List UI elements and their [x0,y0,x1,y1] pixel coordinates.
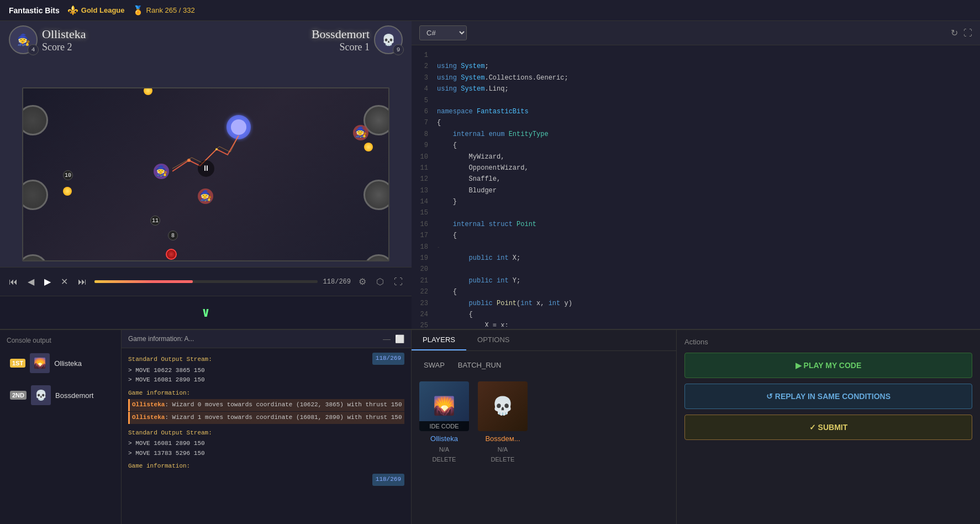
cmd4: > MOVE 13783 5296 150 [128,449,404,459]
playback-controls: ⏮ ◀ ▶ ✕ ⏭ 118/269 ⚙ ⬡ ⛶ [0,267,412,296]
left-panel: 🧙 4 Ollisteka Score 2 💀 9 Bossdemort [0,21,412,524]
main-layout: 🧙 4 Ollisteka Score 2 💀 9 Bossdemort [0,21,980,524]
player1-card-avatar: 🌄 IDE CODE [419,381,469,431]
player2-card: 💀 Bossdем... N/A DELETE [478,381,528,463]
player1-thumb: 🌄 [30,353,50,373]
ide-code-label: IDE CODE [419,421,469,431]
player1-header: 🧙 4 Ollisteka Score 2 [9,25,86,54]
info2-header: Game information: [128,462,404,471]
info1-header: Game information: [128,389,404,399]
maximize-button[interactable]: ⛶ [963,28,972,38]
player1-entry-name: Ollisteka [54,359,82,368]
editor-actions: ↻ ⛶ [951,28,972,38]
submit-button[interactable]: ✓ SUBMIT [684,415,972,440]
bottom-game-controls: PLAYERS OPTIONS SWAP BATCH_RUN 🌄 IDE COD… [412,329,980,524]
wizard-2: 🧙 [194,185,217,207]
tab-players[interactable]: PLAYERS [412,330,466,350]
player1-entry: 1ST 🌄 Ollisteka [7,350,114,376]
pause-overlay: ⏸ [198,160,214,177]
cmd2: > MOVE 16081 2890 150 [128,375,404,385]
highlight-name-2: Ollisteka [132,414,165,421]
player2-card-name: Bossdем... [485,434,520,443]
player1-avatar: 🧙 4 [9,25,38,54]
ring-left-top [22,105,48,135]
editor-header: C# Java Python3 ↻ ⛶ [412,21,980,45]
player2-avatar: 💀 9 [374,25,403,54]
snaffle-1 [144,87,152,95]
console-content: 118/269 Standard Output Stream: > MOVE 1… [122,348,411,478]
ring-left-bot [22,254,48,261]
rank-icon: 🏅 [133,5,144,15]
actions-panel: Actions ▶ PLAY MY CODE ↺ REPLAY IN SAME … [677,330,980,524]
skip-to-start-button[interactable]: ⏮ [7,275,20,289]
ring-left-mid [22,180,48,210]
snaffle-2 [63,187,72,196]
rank-label: Rank 265 / 332 [146,6,195,14]
frame-badge-2: 118/269 [372,474,404,486]
line-numbers: 1234567891011121314151617181920212223242… [412,50,433,327]
game-info-expand[interactable]: ⬜ [395,334,404,343]
play-my-code-button[interactable]: ▶ PLAY MY CODE [684,353,972,378]
game-info-controls: — ⬜ [383,334,404,343]
ring-right-mid [363,180,389,210]
player-headers: 🧙 4 Ollisteka Score 2 💀 9 Bossdemort [0,21,412,59]
player1-card: 🌄 IDE CODE Ollisteka N/A DELETE [419,381,469,463]
rank-1st: 1ST [10,359,25,368]
step-back-button[interactable]: ◀ [25,274,36,289]
batch-run-button[interactable]: BATCH_RUN [454,359,506,371]
stream2-header: Standard Output Stream: [128,428,404,438]
settings-button[interactable]: ⚙ [356,274,368,289]
right-panel: C# Java Python3 ↻ ⛶ 12345678910111213141… [412,21,980,524]
v-symbol: ∨ [202,305,209,321]
refresh-button[interactable]: ↻ [951,28,958,38]
language-select[interactable]: C# Java Python3 [419,25,467,40]
progress-bar[interactable] [94,280,318,283]
wizard-3: 🧙 [350,122,372,144]
player2-badge: 9 [393,44,404,55]
player1-badge: 4 [28,44,39,55]
bottom-panel: Console output 1ST 🌄 Ollisteka 2ND 💀 Bos… [0,329,412,524]
game-info-title: Game information: A... [128,335,194,343]
cmd1: > MOVE 10622 3865 150 [128,366,404,376]
info-row-2: Ollisteka: Wizard 1 moves towards coordi… [128,412,404,424]
fullscreen-button[interactable]: ⛶ [392,275,405,289]
game-info-header: Game information: A... — ⬜ [122,330,411,348]
rank-2nd: 2ND [10,391,27,400]
game-info-minimize[interactable]: — [383,334,391,343]
swap-button[interactable]: SWAP [419,359,449,371]
frame-counter: 118/269 [323,278,351,286]
entity-label-11: 11 [150,216,160,226]
player2-score: Score 1 [312,41,370,53]
player1-score: Score 2 [42,41,86,53]
tab-options[interactable]: OPTIONS [466,330,521,350]
code-lines[interactable]: using System; using System.Collections.G… [433,50,980,327]
league-label: Gold League [81,6,125,14]
svg-point-1 [231,119,246,135]
player1-card-name: Ollisteka [430,434,458,443]
stream1-header: Standard Output Stream: [128,355,404,365]
spell-effect [172,111,283,177]
player1-info: Ollisteka Score 2 [42,27,86,53]
frame-badge: 118/269 [372,353,404,365]
top-nav: Fantastic Bits ⚜️ Gold League 🏅 Rank 265… [0,0,980,21]
step-forward-small-button[interactable]: ✕ [59,274,70,289]
skip-forward-button[interactable]: ⏭ [76,275,89,289]
entity-label-10: 10 [63,170,73,180]
bludger [166,249,177,260]
league-icon: ⚜️ [67,5,78,15]
console-title: Console output [7,337,114,344]
console-panel: Console output 1ST 🌄 Ollisteka 2ND 💀 Bos… [0,330,122,524]
share-button[interactable]: ⬡ [374,274,386,289]
code-editor: C# Java Python3 ↻ ⛶ 12345678910111213141… [412,21,980,329]
actions-title: Actions [684,338,972,346]
svg-point-0 [226,115,251,139]
tab-bar: PLAYERS OPTIONS [412,330,676,351]
players-content: SWAP BATCH_RUN 🌄 IDE CODE Ollisteka N/A [412,351,676,470]
players-options-panel: PLAYERS OPTIONS SWAP BATCH_RUN 🌄 IDE COD… [412,330,677,524]
player2-header: 💀 9 Bossdemort Score 1 [312,25,403,54]
play-pause-button[interactable]: ▶ [42,274,53,289]
ring-right-bot [363,254,389,261]
replay-button[interactable]: ↺ REPLAY IN SAME CONDITIONS [684,384,972,409]
player1-delete[interactable]: DELETE [433,456,456,463]
player2-delete[interactable]: DELETE [491,456,515,463]
